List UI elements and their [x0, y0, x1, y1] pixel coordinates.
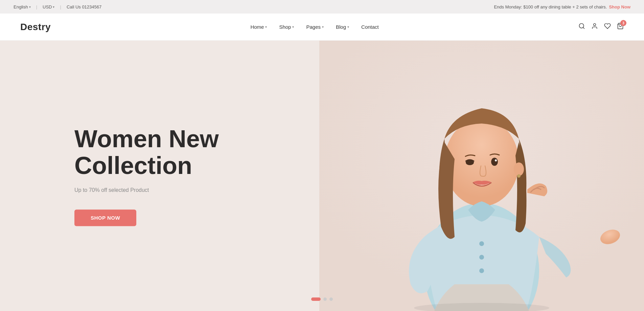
svg-point-8: [444, 118, 519, 206]
divider-2: |: [60, 4, 61, 9]
header-icons: 3: [578, 23, 624, 31]
nav-shop-label: Shop: [279, 24, 291, 30]
main-nav: Home ▾ Shop ▾ Pages ▾ Blog ▾ Contact: [250, 24, 378, 30]
nav-home-label: Home: [250, 24, 264, 30]
nav-item-blog[interactable]: Blog ▾: [336, 24, 349, 30]
divider-1: |: [36, 4, 37, 9]
svg-point-13: [517, 174, 521, 178]
nav-item-home[interactable]: Home ▾: [250, 24, 267, 30]
nav-pages-chevron-icon: ▾: [322, 25, 324, 29]
slider-dot-1[interactable]: [311, 297, 321, 301]
cart-icon[interactable]: 3: [617, 23, 624, 31]
logo[interactable]: Destry: [20, 22, 51, 32]
currency-selector[interactable]: USD ▾: [43, 4, 54, 9]
currency-label: USD: [43, 4, 52, 9]
top-bar-left: English ▾ | USD ▾ | Call Us 01234567: [14, 4, 101, 9]
nav-pages-label: Pages: [306, 24, 321, 30]
hero-woman-illustration: [319, 41, 644, 311]
slider-dots: [311, 297, 333, 301]
nav-blog-chevron-icon: ▾: [347, 25, 349, 29]
hero-image: [319, 41, 644, 311]
hero-subtitle: Up to 70% off selected Product: [74, 187, 250, 193]
promo-text: Ends Monday: $100 off any dining table +…: [494, 4, 607, 9]
language-selector[interactable]: English ▾: [14, 4, 31, 9]
svg-point-14: [479, 241, 484, 246]
language-chevron-icon: ▾: [29, 5, 31, 9]
hero-title: Women New Collection: [74, 126, 250, 179]
cart-badge: 3: [620, 20, 626, 26]
svg-line-1: [583, 27, 584, 29]
top-bar-shop-now-link[interactable]: Shop Now: [609, 4, 630, 9]
svg-point-10: [491, 158, 498, 166]
top-bar-right: Ends Monday: $100 off any dining table +…: [494, 4, 630, 9]
shop-now-button[interactable]: Shop Now: [74, 209, 136, 226]
nav-item-shop[interactable]: Shop ▾: [279, 24, 294, 30]
header: Destry Home ▾ Shop ▾ Pages ▾ Blog ▾ Cont…: [0, 14, 644, 41]
nav-item-contact[interactable]: Contact: [361, 24, 379, 30]
hero-section: Women New Collection Up to 70% off selec…: [0, 41, 644, 311]
phone-label: Call Us 01234567: [67, 4, 101, 9]
svg-point-12: [514, 162, 524, 176]
user-icon[interactable]: [591, 23, 598, 31]
svg-point-2: [594, 24, 596, 26]
nav-blog-label: Blog: [336, 24, 346, 30]
currency-chevron-icon: ▾: [53, 5, 54, 9]
nav-home-chevron-icon: ▾: [265, 25, 267, 29]
svg-point-16: [479, 268, 484, 273]
hero-content: Women New Collection Up to 70% off selec…: [74, 126, 250, 226]
nav-contact-label: Contact: [361, 24, 379, 30]
nav-item-pages[interactable]: Pages ▾: [306, 24, 324, 30]
search-icon[interactable]: [578, 23, 585, 31]
nav-shop-chevron-icon: ▾: [292, 25, 294, 29]
svg-point-11: [495, 159, 497, 161]
language-label: English: [14, 4, 28, 9]
top-bar: English ▾ | USD ▾ | Call Us 01234567 End…: [0, 0, 644, 14]
slider-dot-3[interactable]: [329, 297, 333, 301]
slider-dot-2[interactable]: [323, 297, 327, 301]
svg-point-15: [479, 255, 484, 260]
wishlist-icon[interactable]: [604, 23, 611, 31]
